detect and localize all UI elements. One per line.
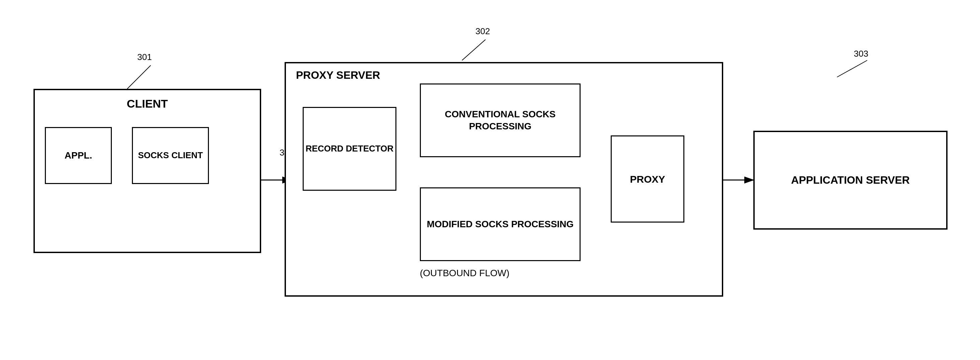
ref-301: 301 bbox=[137, 52, 152, 62]
appl-label: APPL. bbox=[65, 149, 92, 162]
ref-303: 303 bbox=[854, 49, 868, 59]
appl-box: APPL. bbox=[45, 127, 112, 184]
modified-socks-box: MODIFIED SOCKS PROCESSING bbox=[420, 187, 581, 261]
record-detector-box: RECORD DETECTOR bbox=[303, 107, 396, 191]
client-box: CLIENT APPL. SOCKS CLIENT bbox=[33, 89, 261, 253]
conventional-socks-label: CONVENTIONAL SOCKS PROCESSING bbox=[421, 108, 579, 133]
modified-socks-label: MODIFIED SOCKS PROCESSING bbox=[427, 218, 574, 230]
diagram-container: 301 302 303 3011 3012 3021 3022 3023 302… bbox=[0, 0, 980, 360]
conventional-socks-box: CONVENTIONAL SOCKS PROCESSING bbox=[420, 83, 581, 157]
record-detector-label: RECORD DETECTOR bbox=[306, 143, 393, 155]
application-server-box: APPLICATION SERVER bbox=[753, 131, 948, 230]
proxy-label: PROXY bbox=[630, 173, 665, 186]
svg-line-6 bbox=[127, 66, 151, 89]
socks-client-label: SOCKS CLIENT bbox=[138, 150, 203, 161]
proxy-server-box: PROXY SERVER RECORD DETECTOR CONVENTIONA… bbox=[285, 62, 723, 297]
ref-302: 302 bbox=[476, 26, 490, 37]
proxy-server-label: PROXY SERVER bbox=[293, 67, 383, 84]
proxy-box: PROXY bbox=[611, 135, 684, 222]
outbound-flow-label: (OUTBOUND FLOW) bbox=[420, 268, 509, 278]
svg-line-7 bbox=[462, 40, 485, 60]
socks-client-box: SOCKS CLIENT bbox=[132, 127, 209, 184]
client-label: CLIENT bbox=[127, 96, 168, 111]
application-server-label: APPLICATION SERVER bbox=[791, 173, 910, 187]
svg-line-8 bbox=[837, 60, 867, 77]
